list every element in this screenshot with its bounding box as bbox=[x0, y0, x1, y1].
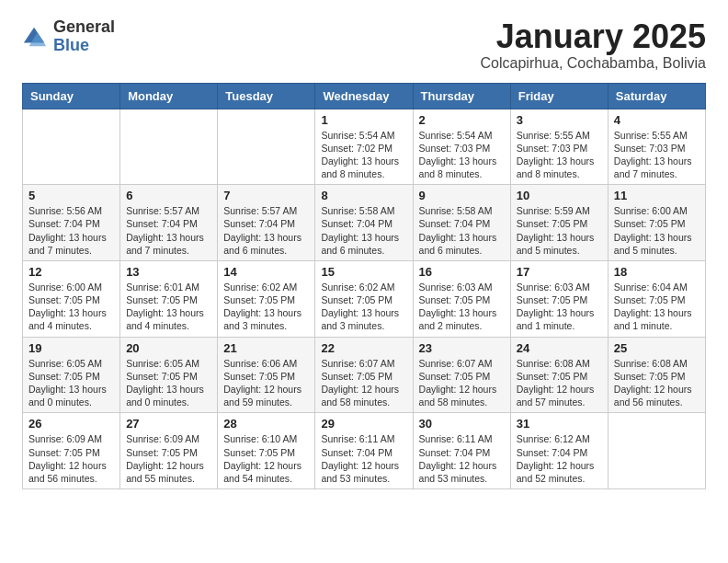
day-info: Sunrise: 5:54 AM Sunset: 7:03 PM Dayligh… bbox=[419, 129, 505, 181]
calendar-header-row: SundayMondayTuesdayWednesdayThursdayFrid… bbox=[23, 83, 706, 109]
day-number: 26 bbox=[28, 417, 114, 431]
calendar-cell: 5Sunrise: 5:56 AM Sunset: 7:04 PM Daylig… bbox=[23, 185, 120, 261]
day-info: Sunrise: 6:11 AM Sunset: 7:04 PM Dayligh… bbox=[321, 432, 406, 485]
day-info: Sunrise: 6:05 AM Sunset: 7:05 PM Dayligh… bbox=[28, 357, 114, 409]
day-of-week-header: Thursday bbox=[413, 83, 510, 109]
day-info: Sunrise: 6:03 AM Sunset: 7:05 PM Dayligh… bbox=[419, 281, 505, 333]
calendar-cell: 30Sunrise: 6:11 AM Sunset: 7:04 PM Dayli… bbox=[413, 413, 510, 489]
calendar-cell: 13Sunrise: 6:01 AM Sunset: 7:05 PM Dayli… bbox=[120, 260, 218, 337]
day-info: Sunrise: 6:12 AM Sunset: 7:04 PM Dayligh… bbox=[517, 432, 602, 485]
day-info: Sunrise: 6:03 AM Sunset: 7:05 PM Dayligh… bbox=[517, 281, 602, 333]
day-number: 19 bbox=[28, 341, 114, 355]
calendar-cell: 14Sunrise: 6:02 AM Sunset: 7:05 PM Dayli… bbox=[218, 260, 315, 337]
day-info: Sunrise: 6:10 AM Sunset: 7:05 PM Dayligh… bbox=[223, 432, 309, 485]
day-number: 31 bbox=[517, 417, 602, 431]
page-container: General Blue January 2025 Colcapirhua, C… bbox=[0, 0, 728, 508]
day-info: Sunrise: 5:58 AM Sunset: 7:04 PM Dayligh… bbox=[321, 204, 406, 257]
day-number: 21 bbox=[223, 341, 309, 355]
day-of-week-header: Tuesday bbox=[218, 83, 315, 109]
day-number: 24 bbox=[517, 341, 602, 355]
calendar-cell: 6Sunrise: 5:57 AM Sunset: 7:04 PM Daylig… bbox=[120, 185, 218, 261]
logo-general-text: General bbox=[53, 18, 115, 37]
day-info: Sunrise: 5:55 AM Sunset: 7:03 PM Dayligh… bbox=[517, 129, 602, 181]
day-info: Sunrise: 6:09 AM Sunset: 7:05 PM Dayligh… bbox=[126, 432, 211, 485]
day-number: 20 bbox=[126, 341, 211, 355]
day-number: 17 bbox=[517, 265, 602, 279]
calendar-cell: 20Sunrise: 6:05 AM Sunset: 7:05 PM Dayli… bbox=[120, 337, 218, 413]
calendar-week-row: 19Sunrise: 6:05 AM Sunset: 7:05 PM Dayli… bbox=[23, 337, 706, 413]
calendar-cell: 1Sunrise: 5:54 AM Sunset: 7:02 PM Daylig… bbox=[315, 109, 413, 185]
day-number: 1 bbox=[321, 113, 406, 127]
calendar-cell: 28Sunrise: 6:10 AM Sunset: 7:05 PM Dayli… bbox=[218, 413, 315, 489]
calendar-cell: 9Sunrise: 5:58 AM Sunset: 7:04 PM Daylig… bbox=[413, 185, 510, 261]
day-info: Sunrise: 6:00 AM Sunset: 7:05 PM Dayligh… bbox=[614, 204, 700, 257]
calendar-cell bbox=[218, 109, 315, 185]
calendar-cell: 16Sunrise: 6:03 AM Sunset: 7:05 PM Dayli… bbox=[413, 260, 510, 337]
location-subtitle: Colcapirhua, Cochabamba, Bolivia bbox=[481, 55, 706, 72]
calendar-cell: 26Sunrise: 6:09 AM Sunset: 7:05 PM Dayli… bbox=[23, 413, 120, 489]
day-of-week-header: Sunday bbox=[23, 83, 120, 109]
calendar-cell: 24Sunrise: 6:08 AM Sunset: 7:05 PM Dayli… bbox=[510, 337, 608, 413]
calendar-cell: 23Sunrise: 6:07 AM Sunset: 7:05 PM Dayli… bbox=[413, 337, 510, 413]
calendar-cell: 22Sunrise: 6:07 AM Sunset: 7:05 PM Dayli… bbox=[315, 337, 413, 413]
day-info: Sunrise: 6:07 AM Sunset: 7:05 PM Dayligh… bbox=[419, 357, 505, 409]
calendar-cell: 8Sunrise: 5:58 AM Sunset: 7:04 PM Daylig… bbox=[315, 185, 413, 261]
day-of-week-header: Saturday bbox=[608, 83, 705, 109]
calendar-week-row: 26Sunrise: 6:09 AM Sunset: 7:05 PM Dayli… bbox=[23, 413, 706, 489]
day-info: Sunrise: 6:06 AM Sunset: 7:05 PM Dayligh… bbox=[223, 357, 309, 409]
calendar-cell: 19Sunrise: 6:05 AM Sunset: 7:05 PM Dayli… bbox=[23, 337, 120, 413]
day-number: 7 bbox=[223, 189, 309, 202]
day-info: Sunrise: 6:05 AM Sunset: 7:05 PM Dayligh… bbox=[126, 357, 211, 409]
calendar-week-row: 5Sunrise: 5:56 AM Sunset: 7:04 PM Daylig… bbox=[23, 185, 706, 261]
calendar-cell: 31Sunrise: 6:12 AM Sunset: 7:04 PM Dayli… bbox=[510, 413, 608, 489]
day-number: 6 bbox=[126, 189, 211, 202]
calendar-cell: 18Sunrise: 6:04 AM Sunset: 7:05 PM Dayli… bbox=[608, 260, 705, 337]
day-number: 23 bbox=[419, 341, 505, 355]
calendar-table: SundayMondayTuesdayWednesdayThursdayFrid… bbox=[22, 83, 706, 489]
day-info: Sunrise: 5:56 AM Sunset: 7:04 PM Dayligh… bbox=[28, 204, 114, 257]
logo-icon bbox=[22, 24, 48, 50]
calendar-cell: 21Sunrise: 6:06 AM Sunset: 7:05 PM Dayli… bbox=[218, 337, 315, 413]
day-info: Sunrise: 5:57 AM Sunset: 7:04 PM Dayligh… bbox=[223, 204, 309, 257]
day-of-week-header: Friday bbox=[510, 83, 608, 109]
day-of-week-header: Wednesday bbox=[315, 83, 413, 109]
calendar-cell bbox=[120, 109, 218, 185]
day-info: Sunrise: 5:54 AM Sunset: 7:02 PM Dayligh… bbox=[321, 129, 406, 181]
day-info: Sunrise: 5:55 AM Sunset: 7:03 PM Dayligh… bbox=[614, 129, 700, 181]
day-info: Sunrise: 6:08 AM Sunset: 7:05 PM Dayligh… bbox=[614, 357, 700, 409]
day-info: Sunrise: 5:59 AM Sunset: 7:05 PM Dayligh… bbox=[517, 204, 602, 257]
day-number: 15 bbox=[321, 265, 406, 279]
calendar-cell: 15Sunrise: 6:02 AM Sunset: 7:05 PM Dayli… bbox=[315, 260, 413, 337]
day-number: 16 bbox=[419, 265, 505, 279]
calendar-cell: 3Sunrise: 5:55 AM Sunset: 7:03 PM Daylig… bbox=[510, 109, 608, 185]
day-info: Sunrise: 6:02 AM Sunset: 7:05 PM Dayligh… bbox=[223, 281, 309, 333]
day-info: Sunrise: 6:09 AM Sunset: 7:05 PM Dayligh… bbox=[28, 432, 114, 485]
calendar-cell: 12Sunrise: 6:00 AM Sunset: 7:05 PM Dayli… bbox=[23, 260, 120, 337]
day-number: 25 bbox=[614, 341, 700, 355]
day-info: Sunrise: 6:00 AM Sunset: 7:05 PM Dayligh… bbox=[28, 281, 114, 333]
day-number: 27 bbox=[126, 417, 211, 431]
calendar-cell: 7Sunrise: 5:57 AM Sunset: 7:04 PM Daylig… bbox=[218, 185, 315, 261]
month-title: January 2025 bbox=[481, 18, 706, 55]
calendar-cell: 27Sunrise: 6:09 AM Sunset: 7:05 PM Dayli… bbox=[120, 413, 218, 489]
header: General Blue January 2025 Colcapirhua, C… bbox=[22, 18, 706, 72]
calendar-cell: 29Sunrise: 6:11 AM Sunset: 7:04 PM Dayli… bbox=[315, 413, 413, 489]
day-info: Sunrise: 6:04 AM Sunset: 7:05 PM Dayligh… bbox=[614, 281, 700, 333]
day-number: 30 bbox=[419, 417, 505, 431]
logo-blue-text: Blue bbox=[53, 37, 115, 55]
day-number: 8 bbox=[321, 189, 406, 202]
calendar-cell: 10Sunrise: 5:59 AM Sunset: 7:05 PM Dayli… bbox=[510, 185, 608, 261]
calendar-week-row: 1Sunrise: 5:54 AM Sunset: 7:02 PM Daylig… bbox=[23, 109, 706, 185]
calendar-cell: 25Sunrise: 6:08 AM Sunset: 7:05 PM Dayli… bbox=[608, 337, 705, 413]
calendar-cell: 4Sunrise: 5:55 AM Sunset: 7:03 PM Daylig… bbox=[608, 109, 705, 185]
day-info: Sunrise: 5:58 AM Sunset: 7:04 PM Dayligh… bbox=[419, 204, 505, 257]
logo: General Blue bbox=[22, 18, 115, 55]
title-block: January 2025 Colcapirhua, Cochabamba, Bo… bbox=[481, 18, 706, 72]
day-number: 4 bbox=[614, 113, 700, 127]
day-number: 18 bbox=[614, 265, 700, 279]
day-number: 11 bbox=[614, 189, 700, 202]
day-number: 2 bbox=[419, 113, 505, 127]
calendar-week-row: 12Sunrise: 6:00 AM Sunset: 7:05 PM Dayli… bbox=[23, 260, 706, 337]
day-number: 5 bbox=[28, 189, 114, 202]
calendar-cell: 11Sunrise: 6:00 AM Sunset: 7:05 PM Dayli… bbox=[608, 185, 705, 261]
